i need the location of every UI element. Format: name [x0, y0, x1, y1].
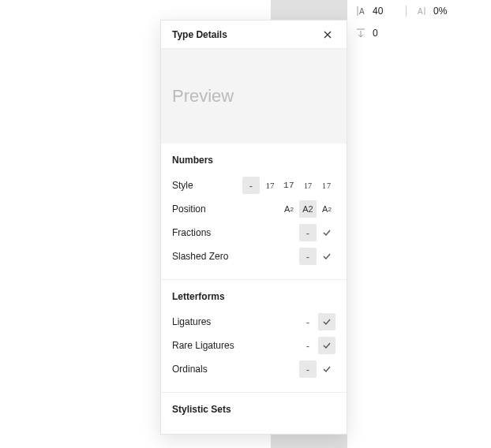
letter-spacing-value[interactable]: 0%: [433, 6, 457, 17]
paragraph-spacing-row: 0: [349, 22, 491, 44]
rare-ligatures-label: Rare Ligatures: [172, 340, 299, 351]
paragraph-spacing-value[interactable]: 0: [373, 28, 396, 39]
position-option-normal[interactable]: A2: [299, 200, 317, 218]
style-option-oldstyle[interactable]: 17: [299, 177, 317, 194]
ordinals-row: Ordinals -: [172, 357, 335, 381]
rare-ligatures-option-off[interactable]: -: [299, 337, 317, 354]
divider: [406, 6, 407, 17]
ordinals-option-on[interactable]: [318, 360, 335, 378]
side-properties-panel: A 40 A 0% 0: [349, 0, 491, 44]
ordinals-label: Ordinals: [172, 364, 299, 375]
style-segmented: - 17 17 17 17: [242, 177, 335, 194]
slashed-zero-segmented: -: [299, 248, 335, 265]
slashed-zero-option-on[interactable]: [318, 248, 335, 265]
svg-text:A: A: [359, 7, 365, 16]
preview-placeholder: Preview: [172, 86, 234, 106]
position-row: Position A2 A2 A2: [172, 197, 335, 221]
type-details-popover: Type Details Preview Numbers Style - 17 …: [160, 20, 347, 435]
fractions-option-on[interactable]: [318, 224, 335, 241]
numbers-title: Numbers: [172, 155, 335, 166]
slashed-zero-row: Slashed Zero -: [172, 245, 335, 268]
rare-ligatures-option-on[interactable]: [318, 337, 335, 354]
letterforms-section: Letterforms Ligatures - Rare Ligatures -…: [161, 280, 347, 393]
line-height-value[interactable]: 40: [373, 6, 396, 17]
letter-spacing-icon: A: [416, 6, 427, 17]
fractions-option-off[interactable]: -: [299, 224, 317, 241]
ordinals-option-off[interactable]: -: [299, 360, 317, 378]
position-option-superscript[interactable]: A2: [318, 200, 335, 218]
ordinals-segmented: -: [299, 360, 335, 378]
style-option-tabular[interactable]: 17: [280, 177, 298, 194]
position-segmented: A2 A2 A2: [280, 200, 335, 218]
ligatures-label: Ligatures: [172, 316, 299, 327]
position-label: Position: [172, 203, 280, 215]
line-height-icon: A: [355, 6, 366, 17]
svg-text:A: A: [418, 7, 423, 16]
ligatures-option-on[interactable]: [318, 313, 335, 330]
position-option-subscript[interactable]: A2: [280, 200, 298, 218]
letterforms-title: Letterforms: [172, 291, 335, 302]
ligatures-row: Ligatures -: [172, 310, 335, 334]
paragraph-spacing-icon: [355, 28, 366, 39]
style-option-proportional[interactable]: 17: [318, 177, 335, 194]
slashed-zero-option-off[interactable]: -: [299, 248, 317, 265]
fractions-row: Fractions -: [172, 221, 335, 245]
preview-area: Preview: [161, 49, 347, 144]
style-option-default[interactable]: -: [242, 177, 260, 194]
ligatures-option-off[interactable]: -: [299, 313, 317, 330]
close-icon[interactable]: [320, 27, 335, 43]
stylistic-sets-section: Stylistic Sets: [161, 393, 347, 434]
numbers-section: Numbers Style - 17 17 17 17 Position A2 …: [161, 144, 347, 280]
stylistic-sets-title: Stylistic Sets: [172, 404, 335, 415]
slashed-zero-label: Slashed Zero: [172, 251, 299, 262]
fractions-label: Fractions: [172, 227, 299, 238]
line-height-row: A 40 A 0%: [349, 0, 491, 22]
popover-title: Type Details: [172, 29, 227, 40]
style-row: Style - 17 17 17 17: [172, 174, 335, 197]
rare-ligatures-segmented: -: [299, 337, 335, 354]
rare-ligatures-row: Rare Ligatures -: [172, 334, 335, 357]
style-option-lining[interactable]: 17: [261, 177, 279, 194]
popover-header: Type Details: [161, 21, 347, 49]
ligatures-segmented: -: [299, 313, 335, 330]
fractions-segmented: -: [299, 224, 335, 241]
style-label: Style: [172, 180, 242, 191]
